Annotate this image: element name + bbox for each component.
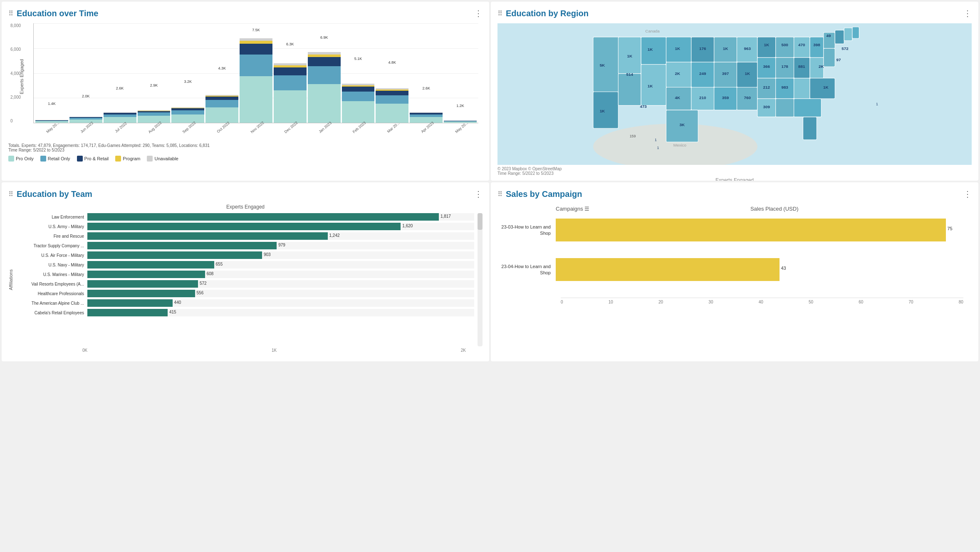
horiz-bar-track: 415 <box>87 309 474 316</box>
svg-text:1: 1 <box>655 138 657 142</box>
horiz-bar-label: The American Alpine Club ... <box>17 301 87 306</box>
horiz-bar-fill <box>87 299 173 307</box>
svg-text:398: 398 <box>813 42 820 47</box>
horiz-bar-label: Law Enforcement <box>17 215 87 219</box>
bar-segment <box>308 66 341 85</box>
y-axis-label: Experts Engaged <box>19 59 24 94</box>
bar-stack <box>274 47 307 123</box>
svg-text:3K: 3K <box>680 122 685 127</box>
sales-row-label: 23-04-How to Learn and Shop <box>497 264 556 276</box>
bar-segment <box>205 100 238 107</box>
svg-text:881: 881 <box>798 64 805 69</box>
panel-menu-button-4[interactable]: ⋮ <box>963 189 972 199</box>
sales-bars-content: 23-03-How to Learn and Shop7523-04-How t… <box>497 219 972 281</box>
map-label: Experts Engaged <box>497 177 972 181</box>
map-svg: 5K 1K 1K 514 1K 1K 473 1K 176 1K 963 2K … <box>497 23 972 165</box>
svg-text:470: 470 <box>798 42 805 47</box>
svg-text:159: 159 <box>630 134 636 138</box>
sales-row-label: 23-03-How to Learn and Shop <box>497 224 556 236</box>
svg-text:97: 97 <box>836 57 841 62</box>
sales-bar-track: 43 <box>556 258 972 281</box>
campaigns-header: Campaigns ☰ <box>556 206 589 212</box>
horiz-bar-row: Fire and Rescue1,242 <box>17 232 474 240</box>
sales-x-tick: 10 <box>609 300 613 304</box>
svg-rect-7 <box>641 65 666 106</box>
horiz-bar-row: U.S. Navy - Military655 <box>17 261 474 269</box>
panel-menu-button[interactable]: ⋮ <box>474 8 483 18</box>
horiz-bar-fill <box>87 251 262 259</box>
sales-bar-track: 75 <box>556 219 972 241</box>
sales-x-tick: 40 <box>759 300 763 304</box>
horiz-bar-fill <box>87 242 277 249</box>
horiz-bar-fill <box>87 290 195 297</box>
horiz-bar-fill <box>87 309 168 316</box>
panel-drag-icon: ⠿ <box>8 10 13 17</box>
bar-top-label: 6.3K <box>286 42 294 46</box>
bar-top-label: 7.5K <box>252 28 260 32</box>
svg-rect-38 <box>776 99 794 117</box>
education-by-team-title: ⠿ Education by Team <box>8 189 92 199</box>
svg-text:1K: 1K <box>648 84 653 88</box>
sales-header: Sales Placed (USD) <box>750 206 799 212</box>
sales-by-campaign-panel: ⠿ Sales by Campaign ⋮ Campaigns ☰ Sales … <box>491 182 978 361</box>
legend-color <box>40 156 46 162</box>
sales-x-tick: 30 <box>708 300 713 304</box>
x-axis-labels: May 20...Jun 2022Jul 2022Aug 2022Sep 202… <box>33 124 478 130</box>
affiliations-label: Affiliations <box>8 213 13 346</box>
svg-rect-27 <box>852 27 859 38</box>
svg-text:473: 473 <box>640 104 647 109</box>
x-axis-bottom: 0K1K2K <box>82 348 466 353</box>
horiz-bar-label: Healthcare Professionals <box>17 291 87 296</box>
horiz-bar-row: U.S. Air Force - Military903 <box>17 251 474 259</box>
sales-x-tick: 50 <box>809 300 813 304</box>
svg-text:2K: 2K <box>675 71 681 76</box>
legend: Pro OnlyRetail OnlyPro & RetailProgramUn… <box>8 156 483 162</box>
svg-text:1K: 1K <box>627 54 632 58</box>
horiz-bar-label: U.S. Air Force - Military <box>17 253 87 258</box>
svg-text:2K: 2K <box>819 64 824 69</box>
bar-group: 6.3K <box>274 42 307 123</box>
bar-top-label: 3.2K <box>184 80 192 84</box>
svg-text:572: 572 <box>841 46 849 51</box>
horiz-bar-track: 903 <box>87 251 474 259</box>
legend-label: Program <box>123 156 140 161</box>
bar-stack <box>342 62 375 123</box>
horiz-bar-value: 655 <box>216 262 223 266</box>
legend-label: Pro & Retail <box>84 156 109 161</box>
horiz-bar-row: Tractor Supply Company ...979 <box>17 242 474 249</box>
svg-rect-2 <box>593 37 621 92</box>
svg-text:1K: 1K <box>675 46 681 51</box>
sales-by-campaign-title: ⠿ Sales by Campaign <box>497 189 582 199</box>
bar-segment <box>240 55 272 76</box>
sales-chart-container: Campaigns ☰ Sales Placed (USD) 23-03-How… <box>497 206 972 304</box>
vertical-scrollbar[interactable] <box>478 213 483 346</box>
svg-text:210: 210 <box>699 95 706 100</box>
panel-menu-button-2[interactable]: ⋮ <box>963 8 972 18</box>
svg-rect-32 <box>824 48 835 67</box>
horiz-bar-label: Tractor Supply Company ... <box>17 244 87 248</box>
panel-header-edu-region: ⠿ Education by Region ⋮ <box>497 8 972 18</box>
panel-header-sales: ⠿ Sales by Campaign ⋮ <box>497 189 972 199</box>
horiz-bar-track: 440 <box>87 299 474 307</box>
bar-segment <box>376 95 408 104</box>
svg-text:397: 397 <box>722 71 729 76</box>
horiz-bar-track: 979 <box>87 242 474 249</box>
dashboard: ⠿ Education over Time ⋮ 8,000 6,000 4,00… <box>0 0 980 552</box>
horiz-bar-value: 440 <box>174 300 181 305</box>
horiz-bar-label: Fire and Rescue <box>17 234 87 239</box>
svg-text:963: 963 <box>744 46 751 51</box>
panel-menu-button-3[interactable]: ⋮ <box>474 189 483 199</box>
svg-rect-26 <box>844 28 852 41</box>
horiz-bar-row: Vail Resorts Employees (A...572 <box>17 280 474 288</box>
svg-rect-35 <box>794 78 810 99</box>
bar-stack <box>205 71 238 123</box>
legend-label: Pro Only <box>16 156 34 161</box>
bar-stack <box>376 65 408 123</box>
bar-chart: 1.4K2.0K2.6K2.9K3.2K4.3K7.5K6.3K6.9K5.1K… <box>33 23 478 123</box>
scrollbar-thumb[interactable] <box>478 213 483 230</box>
legend-color <box>77 156 83 162</box>
legend-item: Pro Only <box>8 156 34 162</box>
svg-rect-5 <box>641 37 666 65</box>
svg-rect-22 <box>794 37 810 57</box>
svg-rect-20 <box>757 37 776 57</box>
